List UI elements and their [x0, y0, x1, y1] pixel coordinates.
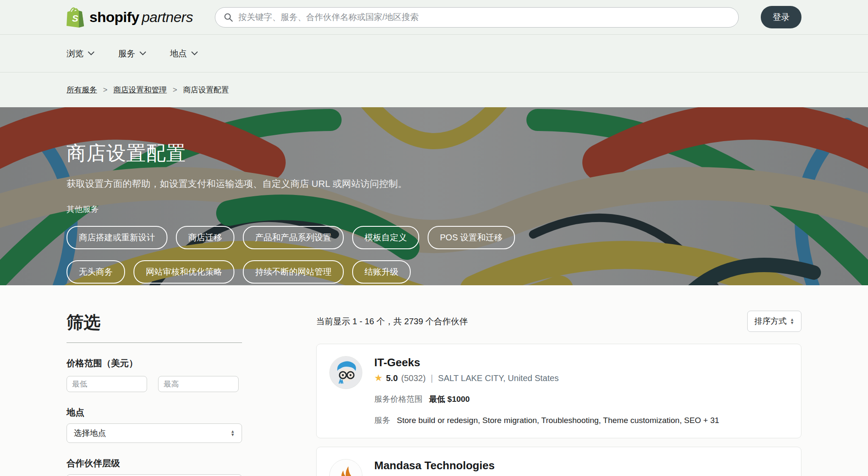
partner-rating-row: ★ 5.0 (5032) | SALT LAKE CITY, United St… — [374, 373, 719, 384]
partner-card-it-geeks[interactable]: IT-Geeks ★ 5.0 (5032) | SALT LAKE CITY, … — [316, 344, 801, 438]
results-panel: 当前显示 1 - 16 个，共 2739 个合作伙伴 排序方式 ▲▼ — [316, 311, 801, 476]
price-range-inputs — [67, 376, 242, 392]
partner-avatar — [329, 356, 362, 389]
price-min-input[interactable] — [67, 376, 147, 392]
logo-word-partners: partners — [142, 9, 193, 25]
page-title: 商店设置配置 — [67, 140, 801, 167]
top-header: S shopifypartners 登录 — [0, 0, 868, 35]
nav-browse-label: 浏览 — [67, 48, 83, 59]
pill-theme-customization[interactable]: 模板自定义 — [352, 226, 419, 249]
logo-word-shopify: shopify — [89, 9, 139, 25]
location-select-value: 选择地点 — [74, 428, 106, 439]
page-subtitle: 获取设置方面的帮助，如设置支付和运输选项、自定义商店 URL 或网站访问控制。 — [67, 178, 801, 190]
chevron-down-icon — [139, 51, 146, 56]
price-range-meta-value: 最低 $1000 — [429, 395, 470, 404]
shopify-bag-icon: S — [67, 7, 84, 28]
pill-checkout-upgrade[interactable]: 结账升级 — [352, 260, 411, 284]
bag-letter: S — [72, 13, 78, 24]
partner-tier-select[interactable]: 选择合作伙伴层级 ▲▼ — [67, 474, 242, 476]
service-pills-row-2: 无头商务 网站审核和优化策略 持续不断的网站管理 结账升级 — [67, 260, 801, 284]
partner-card-body: Mandasa Technologies ★ 4.9 (1574) | Mand… — [374, 459, 498, 476]
nav-location-label: 地点 — [170, 48, 187, 59]
filters-title: 筛选 — [67, 311, 242, 343]
shopify-partners-logo[interactable]: S shopifypartners — [67, 7, 193, 28]
main-content: 筛选 价格范围（美元） 地点 选择地点 ▲▼ 合作伙伴层级 选择合作伙伴层级 ▲… — [0, 285, 868, 476]
star-icon: ★ — [374, 373, 383, 384]
price-range-meta-label: 服务价格范围 — [374, 395, 423, 404]
services-list: Store build or redesign, Store migration… — [397, 416, 719, 425]
pill-site-audit-optimization[interactable]: 网站审核和优化策略 — [134, 260, 234, 284]
price-range-label: 价格范围（美元） — [67, 357, 242, 369]
breadcrumb-separator: > — [173, 86, 178, 95]
breadcrumb-all-services[interactable]: 所有服务 — [67, 85, 97, 95]
partner-location: SALT LAKE CITY, United States — [438, 373, 559, 383]
primary-nav: 浏览 服务 地点 — [0, 35, 868, 72]
chevron-down-icon — [88, 51, 95, 56]
search-input[interactable] — [238, 12, 730, 22]
partner-name[interactable]: Mandasa Technologies — [374, 459, 498, 472]
nav-item-browse[interactable]: 浏览 — [67, 48, 95, 59]
partner-tier-label: 合作伙伴层级 — [67, 457, 242, 469]
pill-product-collection-setup[interactable]: 产品和产品系列设置 — [243, 226, 344, 249]
breadcrumb: 所有服务 > 商店设置和管理 > 商店设置配置 — [0, 72, 868, 107]
service-pills-row-1: 商店搭建或重新设计 商店迁移 产品和产品系列设置 模板自定义 POS 设置和迁移 — [67, 226, 801, 249]
filter-sidebar: 筛选 价格范围（美元） 地点 选择地点 ▲▼ 合作伙伴层级 选择合作伙伴层级 ▲… — [67, 311, 242, 476]
nav-services-label: 服务 — [118, 48, 135, 59]
select-updown-icon: ▲▼ — [231, 430, 235, 437]
sort-label: 排序方式 — [754, 316, 787, 327]
nav-item-location[interactable]: 地点 — [170, 48, 198, 59]
partner-price-row: 服务价格范围 最低 $1000 — [374, 394, 719, 405]
search-bar[interactable] — [215, 7, 739, 28]
partner-name[interactable]: IT-Geeks — [374, 356, 719, 369]
rating-value: 5.0 — [386, 373, 398, 383]
results-header: 当前显示 1 - 16 个，共 2739 个合作伙伴 排序方式 ▲▼ — [316, 311, 801, 332]
partner-services-row: 服务 Store build or redesign, Store migrat… — [374, 415, 719, 426]
partner-card-body: IT-Geeks ★ 5.0 (5032) | SALT LAKE CITY, … — [374, 356, 719, 426]
review-count: (5032) — [401, 373, 426, 383]
chevron-down-icon — [191, 51, 198, 56]
breadcrumb-current-page: 商店设置配置 — [183, 85, 229, 95]
sort-dropdown[interactable]: 排序方式 ▲▼ — [747, 311, 801, 332]
pill-ongoing-website-management[interactable]: 持续不断的网站管理 — [243, 260, 344, 284]
location-select[interactable]: 选择地点 ▲▼ — [67, 423, 242, 443]
hero-content: 商店设置配置 获取设置方面的帮助，如设置支付和运输选项、自定义商店 URL 或网… — [0, 107, 868, 284]
partner-avatar — [329, 459, 362, 476]
results-summary: 当前显示 1 - 16 个，共 2739 个合作伙伴 — [316, 316, 468, 327]
services-meta-label: 服务 — [374, 416, 390, 425]
pill-store-build-redesign[interactable]: 商店搭建或重新设计 — [67, 226, 167, 249]
pill-store-migration[interactable]: 商店迁移 — [176, 226, 234, 249]
pill-pos-setup-migration[interactable]: POS 设置和迁移 — [428, 226, 515, 249]
location-filter-label: 地点 — [67, 406, 242, 418]
logo-wordmark: shopifypartners — [89, 9, 193, 25]
nav-item-services[interactable]: 服务 — [118, 48, 146, 59]
hero-section: 商店设置配置 获取设置方面的帮助，如设置支付和运输选项、自定义商店 URL 或网… — [0, 107, 868, 285]
other-services-label: 其他服务 — [67, 204, 801, 215]
partner-card-mandasa-technologies[interactable]: Mandasa Technologies ★ 4.9 (1574) | Mand… — [316, 447, 801, 476]
breadcrumb-separator: > — [103, 86, 108, 95]
sort-updown-icon: ▲▼ — [790, 318, 794, 325]
pill-headless-commerce[interactable]: 无头商务 — [67, 260, 125, 284]
login-button[interactable]: 登录 — [761, 6, 801, 28]
vertical-divider: | — [431, 373, 433, 383]
breadcrumb-store-setup-management[interactable]: 商店设置和管理 — [114, 85, 167, 95]
price-max-input[interactable] — [158, 376, 239, 392]
search-icon — [224, 13, 233, 22]
